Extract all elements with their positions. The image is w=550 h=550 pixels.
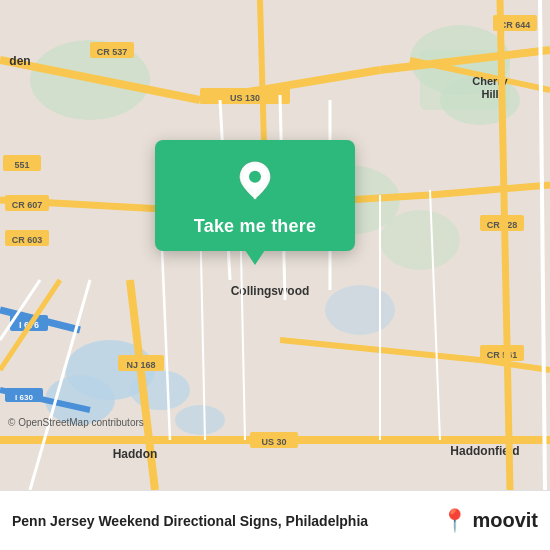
svg-text:CR 644: CR 644 [500, 20, 531, 30]
copyright-text: © OpenStreetMap contributors [8, 417, 144, 428]
popup-card[interactable]: Take me there [155, 140, 355, 251]
svg-text:551: 551 [14, 160, 29, 170]
moovit-pin-icon: 📍 [441, 508, 468, 534]
svg-text:CR 603: CR 603 [12, 235, 43, 245]
svg-text:I 630: I 630 [15, 393, 33, 402]
svg-text:Haddon: Haddon [113, 447, 158, 461]
map-container[interactable]: US 130 NJ 168 I 676 I 630 US 30 CR 603 [0, 0, 550, 490]
svg-text:Hill: Hill [481, 88, 498, 100]
svg-point-10 [380, 210, 460, 270]
svg-text:CR 537: CR 537 [97, 47, 128, 57]
bottom-bar: Penn Jersey Weekend Directional Signs, P… [0, 490, 550, 550]
svg-text:den: den [9, 54, 30, 68]
svg-point-72 [249, 171, 261, 183]
moovit-brand-text: moovit [472, 509, 538, 532]
svg-text:CR 607: CR 607 [12, 200, 43, 210]
location-name: Penn Jersey Weekend Directional Signs, P… [12, 513, 433, 529]
svg-text:NJ 168: NJ 168 [126, 360, 155, 370]
take-me-there-button[interactable]: Take me there [194, 216, 316, 237]
svg-text:US 130: US 130 [230, 93, 260, 103]
svg-point-11 [325, 285, 395, 335]
svg-text:CR 561: CR 561 [487, 350, 518, 360]
moovit-logo: 📍 moovit [441, 508, 538, 534]
location-pin-icon [231, 158, 279, 206]
svg-point-8 [175, 405, 225, 435]
svg-text:US 30: US 30 [261, 437, 286, 447]
